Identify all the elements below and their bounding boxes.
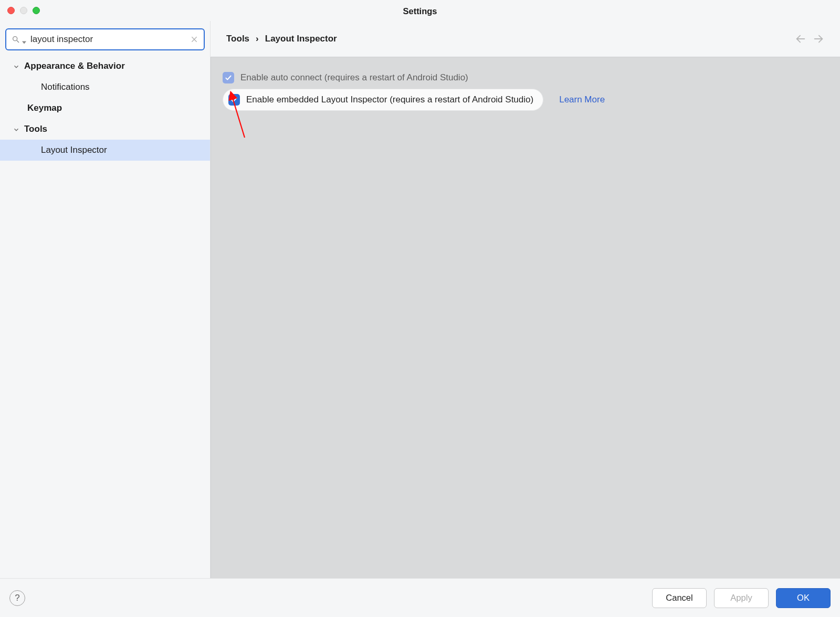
chevron-right-icon: ›	[256, 34, 259, 44]
back-button[interactable]	[795, 33, 806, 45]
breadcrumb: Tools › Layout Inspector	[226, 34, 337, 44]
search-input[interactable]	[30, 34, 190, 45]
auto-connect-checkbox[interactable]	[223, 72, 234, 83]
chevron-down-icon	[13, 126, 20, 133]
breadcrumb-parent[interactable]: Tools	[226, 34, 249, 44]
window-title: Settings	[403, 6, 437, 16]
ok-button[interactable]: OK	[776, 588, 831, 608]
chevron-down-icon	[13, 62, 20, 70]
search-icon	[12, 35, 20, 44]
titlebar: Settings	[0, 0, 840, 21]
learn-more-link[interactable]: Learn More	[559, 95, 605, 105]
embedded-inspector-label: Enable embedded Layout Inspector (requir…	[246, 95, 533, 105]
content: Tools › Layout Inspector Enable auto con…	[211, 21, 840, 578]
svg-marker-2	[22, 41, 26, 44]
cancel-button[interactable]: Cancel	[652, 588, 707, 608]
nav-arrows	[795, 33, 824, 45]
sidebar-item-label: Tools	[24, 124, 47, 134]
option-embedded-inspector: Enable embedded Layout Inspector (requir…	[223, 89, 828, 111]
sidebar-item-label: Keymap	[27, 103, 62, 113]
minimize-window-button[interactable]	[20, 7, 27, 14]
sidebar-item-label: Appearance & Behavior	[24, 61, 125, 71]
svg-line-1	[17, 40, 19, 43]
footer: ? Cancel Apply OK	[0, 578, 840, 617]
breadcrumb-current: Layout Inspector	[265, 34, 337, 44]
close-window-button[interactable]	[7, 7, 15, 14]
content-body: Enable auto connect (requires a restart …	[211, 57, 840, 578]
auto-connect-label: Enable auto connect (requires a restart …	[240, 72, 468, 83]
option-auto-connect: Enable auto connect (requires a restart …	[223, 67, 828, 89]
search-box[interactable]	[5, 28, 205, 50]
help-button[interactable]: ?	[9, 590, 25, 606]
window-controls	[7, 7, 40, 14]
sidebar: Appearance & Behavior Notifications Keym…	[0, 21, 211, 578]
clear-search-button[interactable]	[190, 35, 198, 44]
sidebar-item-keymap[interactable]: Keymap	[0, 98, 210, 119]
sidebar-item-notifications[interactable]: Notifications	[0, 77, 210, 98]
forward-button[interactable]	[813, 33, 824, 45]
search-caret-icon[interactable]	[22, 37, 26, 41]
maximize-window-button[interactable]	[33, 7, 40, 14]
svg-point-0	[13, 37, 17, 41]
apply-button[interactable]: Apply	[714, 588, 769, 608]
main-area: Appearance & Behavior Notifications Keym…	[0, 21, 840, 578]
sidebar-item-layout-inspector[interactable]: Layout Inspector	[0, 140, 210, 161]
sidebar-item-label: Notifications	[41, 82, 90, 92]
embedded-inspector-checkbox[interactable]	[228, 94, 240, 106]
sidebar-item-label: Layout Inspector	[41, 145, 107, 155]
sidebar-item-tools[interactable]: Tools	[0, 119, 210, 140]
sidebar-item-appearance-behavior[interactable]: Appearance & Behavior	[0, 56, 210, 77]
settings-tree: Appearance & Behavior Notifications Keym…	[0, 56, 210, 161]
content-header: Tools › Layout Inspector	[211, 21, 840, 57]
